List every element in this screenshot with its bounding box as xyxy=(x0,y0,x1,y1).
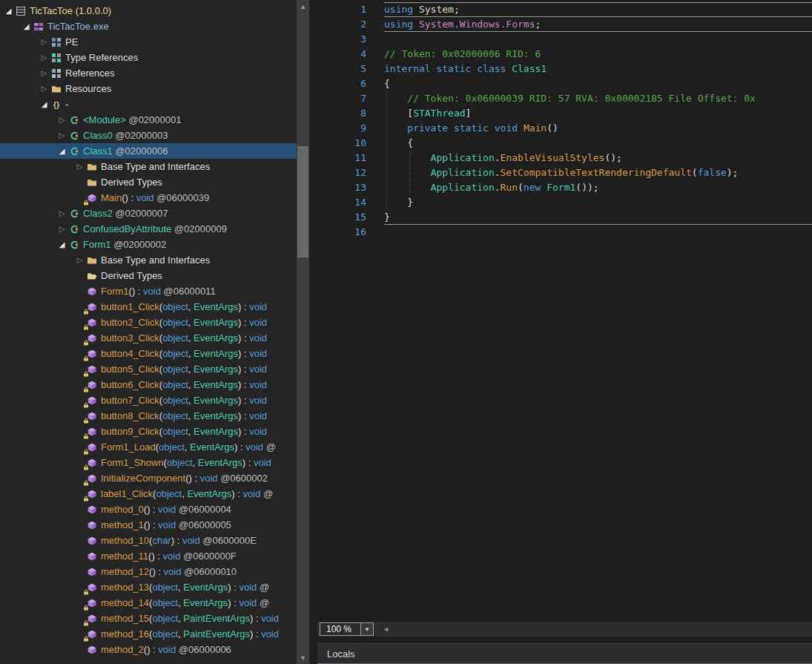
horizontal-scrollbar[interactable] xyxy=(389,622,812,637)
expander-icon[interactable]: ▷ xyxy=(56,132,67,139)
tree-item-resources[interactable]: ▷Resources xyxy=(0,81,297,96)
tree-scrollbar-thumb[interactable] xyxy=(297,146,308,257)
code-line-14[interactable]: 14 } xyxy=(317,195,812,210)
tree-item-type-class2[interactable]: ▷Class2 @02000007 xyxy=(0,206,297,221)
code-line-12[interactable]: 12 Application.SetCompatibleTextRenderin… xyxy=(317,165,812,180)
expander-icon[interactable]: ◢ xyxy=(39,101,50,108)
code-line-7[interactable]: 7 // Token: 0x06000039 RID: 57 RVA: 0x00… xyxy=(317,91,812,106)
line-number[interactable]: 14 xyxy=(317,195,384,210)
tree-item-method-method-13[interactable]: method_13(object, EventArgs) : void @ xyxy=(0,579,297,595)
tree-item-class1-derived-types[interactable]: Derived Types xyxy=(0,174,297,190)
line-number[interactable]: 10 xyxy=(317,136,384,151)
tree-item-method-button4-click[interactable]: button4_Click(object, EventArgs) : void xyxy=(0,346,297,361)
tree-item-method-form1-ctor[interactable]: Form1() : void @06000011 xyxy=(0,283,297,299)
tree-item-pe[interactable]: ▷PE xyxy=(0,34,297,50)
tree-item-method-method-2[interactable]: method_2() : void @06000006 xyxy=(0,642,297,657)
code-line-4[interactable]: 4// Token: 0x02000006 RID: 6 xyxy=(317,47,812,62)
tree-item-method-method-0[interactable]: method_0() : void @06000004 xyxy=(0,502,297,517)
tree-item-method-button9-click[interactable]: button9_Click(object, EventArgs) : void xyxy=(0,424,297,439)
tree-item-method-method-11[interactable]: method_11() : void @0600000F xyxy=(0,548,297,564)
expander-icon[interactable]: ▷ xyxy=(39,54,50,62)
line-number[interactable]: 1 xyxy=(317,2,384,17)
tree-item-method-initializecomponent[interactable]: InitializeComponent() : void @0600002 xyxy=(0,470,297,486)
tree-item-method-method-10[interactable]: method_10(char) : void @0600000E xyxy=(0,533,297,548)
code-line-10[interactable]: 10 { xyxy=(317,136,812,151)
tree-item-form1-derived-types[interactable]: Derived Types xyxy=(0,268,297,283)
tree-item-method-main[interactable]: Main() : void @06000039 xyxy=(0,190,297,206)
code-line-15[interactable]: 15} xyxy=(317,210,812,225)
tree-item-form1-base-types[interactable]: ▷Base Type and Interfaces xyxy=(0,252,297,268)
tree-item-type-module[interactable]: ▷<Module> @02000001 xyxy=(0,112,297,128)
tree-item-class1-base-types[interactable]: ▷Base Type and Interfaces xyxy=(0,159,297,174)
code-editor[interactable]: 1using System;2using System.Windows.Form… xyxy=(317,0,812,622)
line-number[interactable]: 15 xyxy=(317,210,384,225)
tree-item-type-class1[interactable]: ◢Class1 @02000006 xyxy=(0,143,297,159)
code-line-13[interactable]: 13 Application.Run(new Form1()); xyxy=(317,180,812,195)
tree-item-method-button5-click[interactable]: button5_Click(object, EventArgs) : void xyxy=(0,361,297,377)
tree-item-method-method-12[interactable]: method_12() : void @06000010 xyxy=(0,564,297,579)
tree-item-method-method-1[interactable]: method_1() : void @06000005 xyxy=(0,517,297,533)
expander-icon[interactable]: ▷ xyxy=(74,163,85,171)
expander-icon[interactable]: ◢ xyxy=(3,7,14,15)
zoom-dropdown-icon[interactable]: ▼ xyxy=(360,623,373,635)
tree-item-method-method-15[interactable]: method_15(object, PaintEventArgs) : void xyxy=(0,611,297,626)
expander-icon[interactable]: ▷ xyxy=(39,85,50,93)
scroll-down-arrow-icon[interactable]: ▼ xyxy=(297,651,309,664)
code-line-2[interactable]: 2using System.Windows.Forms; xyxy=(317,17,812,32)
tree-item-method-button2-click[interactable]: button2_Click(object, EventArgs) : void xyxy=(0,315,297,330)
tree-item-method-method-14[interactable]: method_14(object, EventArgs) : void @ xyxy=(0,595,297,611)
code-line-3[interactable]: 3 xyxy=(317,32,812,47)
tree-item-method-form1-load[interactable]: Form1_Load(object, EventArgs) : void @ xyxy=(0,439,297,455)
line-number[interactable]: 8 xyxy=(317,106,384,121)
tree-item-assembly-tictactoe[interactable]: ◢TicTacToe (1.0.0.0) xyxy=(0,3,297,19)
tree-item-method-form1-shown[interactable]: Form1_Shown(object, EventArgs) : void xyxy=(0,455,297,470)
zoom-control[interactable]: 100 % ▼ xyxy=(320,622,374,636)
line-number[interactable]: 5 xyxy=(317,62,384,76)
expander-icon[interactable]: ◢ xyxy=(56,241,67,249)
expander-icon[interactable]: ▷ xyxy=(39,39,50,46)
tree-item-method-method-16[interactable]: method_16(object, PaintEventArgs) : void xyxy=(0,626,297,642)
code-line-9[interactable]: 9 private static void Main() xyxy=(317,121,812,136)
line-number[interactable]: 4 xyxy=(317,47,384,62)
tree-item-type-form1[interactable]: ◢Form1 @02000002 xyxy=(0,237,297,252)
expander-icon[interactable]: ▷ xyxy=(39,70,50,77)
line-number[interactable]: 12 xyxy=(317,165,384,180)
locals-panel-header[interactable]: Locals xyxy=(317,643,812,664)
code-line-5[interactable]: 5internal static class Class1 xyxy=(317,62,812,76)
scroll-up-arrow-icon[interactable]: ▲ xyxy=(297,0,309,13)
line-number[interactable]: 9 xyxy=(317,121,384,136)
expander-icon[interactable]: ◢ xyxy=(21,23,32,30)
tree-item-method-button1-click[interactable]: button1_Click(object, EventArgs) : void xyxy=(0,299,297,315)
expander-icon[interactable]: ▷ xyxy=(56,226,67,233)
line-number[interactable]: 6 xyxy=(317,76,384,91)
tree-item-method-button7-click[interactable]: button7_Click(object, EventArgs) : void xyxy=(0,392,297,408)
tree-item-type-class0[interactable]: ▷Class0 @02000003 xyxy=(0,128,297,143)
line-number[interactable]: 7 xyxy=(317,91,384,106)
tree-item-method-label1-click[interactable]: label1_Click(object, EventArgs) : void @ xyxy=(0,486,297,502)
line-number[interactable]: 11 xyxy=(317,151,384,165)
code-line-8[interactable]: 8 [STAThread] xyxy=(317,106,812,121)
code-line-6[interactable]: 6{ xyxy=(317,76,812,91)
tree-item-module-tictactoe-exe[interactable]: ◢TicTacToe.exe xyxy=(0,19,297,34)
line-number[interactable]: 13 xyxy=(317,180,384,195)
tree-item-method-button6-click[interactable]: button6_Click(object, EventArgs) : void xyxy=(0,377,297,392)
code-line-1[interactable]: 1using System; xyxy=(317,2,812,17)
tree-vertical-scrollbar[interactable]: ▲ ▼ xyxy=(297,0,309,664)
tree-item-method-button8-click[interactable]: button8_Click(object, EventArgs) : void xyxy=(0,408,297,424)
tree-item-method-button3-click[interactable]: button3_Click(object, EventArgs) : void xyxy=(0,330,297,346)
code-line-11[interactable]: 11 Application.EnableVisualStyles(); xyxy=(317,151,812,165)
expander-icon[interactable]: ▷ xyxy=(74,257,85,264)
panel-splitter[interactable] xyxy=(309,0,317,664)
tree-item-namespace-dash[interactable]: ◢{}- xyxy=(0,96,297,112)
expander-icon[interactable]: ▷ xyxy=(56,210,67,217)
line-number[interactable]: 3 xyxy=(317,32,384,47)
line-number[interactable]: 2 xyxy=(317,17,384,32)
zoom-level[interactable]: 100 % xyxy=(320,623,360,635)
tree-item-type-confusedbyattribute[interactable]: ▷ConfusedByAttribute @02000009 xyxy=(0,221,297,237)
hscroll-left-arrow-icon[interactable]: ◄ xyxy=(383,625,389,633)
code-line-16[interactable]: 16 xyxy=(317,225,812,240)
tree-item-references[interactable]: ▷References xyxy=(0,65,297,81)
expander-icon[interactable]: ◢ xyxy=(56,148,67,155)
line-number[interactable]: 16 xyxy=(317,225,384,240)
tree-item-type-references[interactable]: ▷Type References xyxy=(0,50,297,65)
